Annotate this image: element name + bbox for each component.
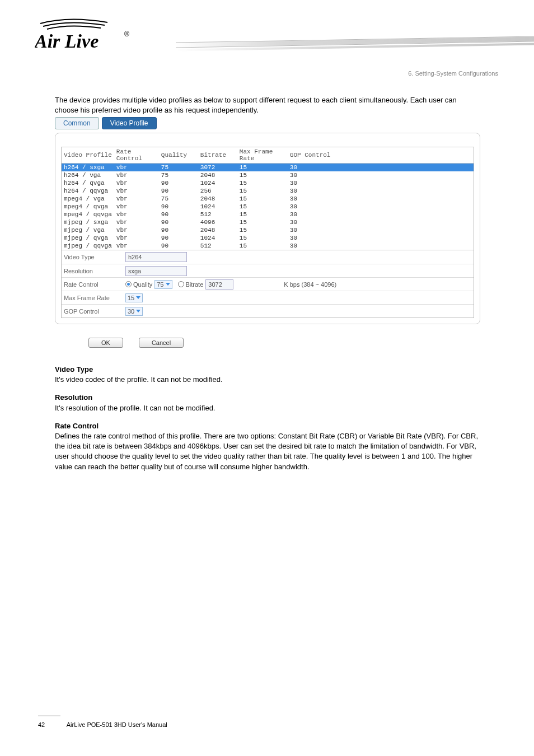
chevron-down-icon: [166, 283, 170, 286]
table-row[interactable]: h264 / sxgavbr7530721530: [62, 164, 474, 172]
page-number: 42: [38, 721, 45, 728]
airlive-logo: Air Live ®: [35, 17, 147, 56]
video-type-label: Video Type: [64, 254, 125, 260]
quality-radio-label: Quality: [133, 281, 152, 288]
intro-paragraph: The device provides multiple video profi…: [55, 95, 480, 115]
section-body-rate-control: Defines the rate control method of this …: [55, 432, 478, 471]
section-body-video-type: It's video codec of the profile. It can …: [55, 375, 223, 384]
resolution-field[interactable]: sxga: [125, 266, 187, 276]
video-profile-table: Video Profile Rate Control Quality Bitra…: [62, 147, 474, 250]
video-profile-panel: Video Profile Rate Control Quality Bitra…: [55, 133, 480, 324]
table-row[interactable]: mjpeg / sxgavbr9040961530: [62, 218, 474, 226]
doc-body: Video Type It's video codec of the profi…: [55, 365, 480, 472]
profile-edit-form: Video Type h264 Resolution sxga Rate Con…: [62, 250, 474, 318]
chevron-down-icon: [136, 296, 140, 299]
footer-rule: [38, 716, 60, 716]
max-frame-rate-label: Max Frame Rate: [64, 295, 125, 301]
footer: 42 AirLive POE-501 3HD User's Manual: [38, 721, 167, 728]
bitrate-radio-label: Bitrate: [186, 281, 204, 288]
button-row: OK Cancel: [88, 338, 480, 348]
product-name: AirLive POE-501 3HD User's Manual: [67, 721, 167, 728]
svg-text:®: ®: [124, 30, 129, 38]
gop-control-select[interactable]: 30: [125, 307, 143, 316]
resolution-label: Resolution: [64, 268, 125, 274]
section-title-video-type: Video Type: [55, 365, 93, 374]
chapter-header: 6. Setting-System Configurations: [0, 70, 534, 77]
table-row[interactable]: mpeg4 / vgavbr7520481530: [62, 195, 474, 203]
ok-button[interactable]: OK: [88, 338, 123, 348]
table-row[interactable]: h264 / qqvgavbr902561530: [62, 187, 474, 195]
table-row[interactable]: mjpeg / qvgavbr9010241530: [62, 234, 474, 242]
max-frame-rate-select[interactable]: 15: [125, 293, 143, 302]
quality-radio[interactable]: [125, 281, 132, 287]
section-title-rate-control: Rate Control: [55, 422, 99, 430]
gop-control-label: GOP Control: [64, 308, 125, 315]
table-row[interactable]: mjpeg / vgavbr9020481530: [62, 226, 474, 234]
bitrate-radio[interactable]: [178, 281, 184, 287]
table-row[interactable]: h264 / vgavbr7520481530: [62, 171, 474, 179]
section-title-resolution: Resolution: [55, 393, 92, 402]
rate-control-label: Rate Control: [64, 281, 125, 288]
table-row[interactable]: mjpeg / qqvgavbr905121530: [62, 242, 474, 250]
cancel-button[interactable]: Cancel: [139, 338, 184, 348]
bitrate-range-hint: K bps (384 ~ 4096): [284, 281, 336, 288]
bitrate-field[interactable]: 3072: [205, 279, 233, 290]
section-body-resolution: It's resolution of the profile. It can n…: [55, 404, 215, 412]
tab-common[interactable]: Common: [55, 117, 99, 129]
tab-video-profile[interactable]: Video Profile: [102, 117, 157, 129]
svg-text:Air Live: Air Live: [35, 31, 99, 52]
chevron-down-icon: [136, 310, 140, 312]
table-row[interactable]: mpeg4 / qvgavbr9010241530: [62, 203, 474, 211]
table-row[interactable]: h264 / qvgavbr9010241530: [62, 179, 474, 187]
video-type-field[interactable]: h264: [125, 252, 187, 262]
table-row[interactable]: mpeg4 / qqvgavbr905121530: [62, 211, 474, 218]
table-header-row: Video Profile Rate Control Quality Bitra…: [62, 147, 474, 164]
header-decorative-stripes: [176, 39, 534, 62]
quality-select[interactable]: 75: [154, 280, 172, 289]
tabs-row: Common Video Profile: [55, 117, 480, 129]
